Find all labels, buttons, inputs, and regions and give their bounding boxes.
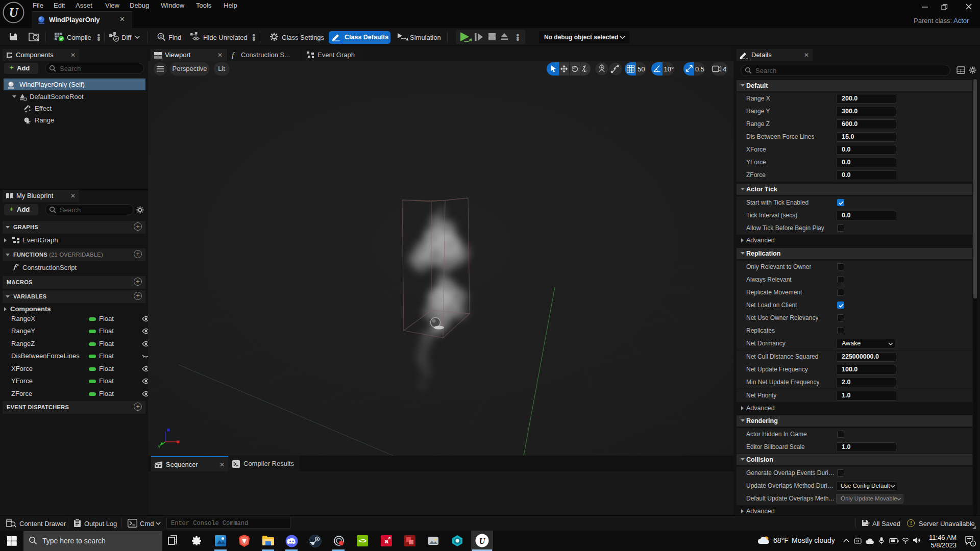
svg-text:4: 4 xyxy=(723,65,726,73)
svg-text:Y: Y xyxy=(158,444,161,449)
svg-text:0.5: 0.5 xyxy=(695,65,704,73)
svg-text:U: U xyxy=(479,537,486,545)
svg-text:1: 1 xyxy=(972,542,974,546)
svg-text:U: U xyxy=(9,6,19,19)
svg-text:50: 50 xyxy=(638,65,645,73)
svg-text:⊙: ⊙ xyxy=(159,34,163,39)
svg-text:f: f xyxy=(232,51,235,59)
svg-text:a: a xyxy=(384,537,388,545)
svg-text:10°: 10° xyxy=(664,65,674,73)
